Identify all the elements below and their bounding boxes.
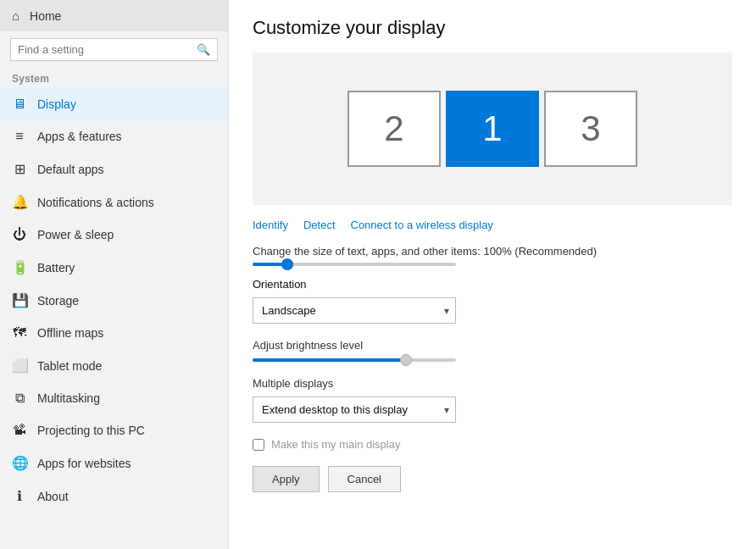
brightness-slider-track [253, 358, 456, 362]
sidebar-item-notifications[interactable]: 🔔 Notifications & actions [0, 186, 228, 219]
sidebar-display-label: Display [37, 97, 76, 111]
display-links: Identify Detect Connect to a wireless di… [253, 219, 732, 231]
search-input[interactable] [18, 43, 197, 56]
monitor-2-label: 2 [384, 108, 403, 149]
orientation-section: Orientation Landscape Portrait Landscape… [253, 278, 732, 324]
brightness-slider-fill [253, 358, 405, 362]
sidebar-item-about[interactable]: ℹ About [0, 480, 228, 513]
sidebar-tablet-label: Tablet mode [37, 359, 102, 373]
scale-label: Change the size of text, apps, and other… [253, 245, 732, 258]
scale-section: Change the size of text, apps, and other… [253, 245, 732, 266]
apps-features-icon: ≡ [12, 129, 27, 144]
sidebar-item-display[interactable]: 🖥 Display [0, 88, 228, 120]
sidebar-maps-label: Offline maps [37, 326, 103, 340]
detect-link[interactable]: Detect [303, 219, 336, 231]
sidebar-item-storage[interactable]: 💾 Storage [0, 284, 228, 317]
projecting-icon: 📽 [12, 423, 27, 438]
orientation-select[interactable]: Landscape Portrait Landscape (flipped) P… [253, 297, 456, 324]
sidebar-item-battery[interactable]: 🔋 Battery [0, 251, 228, 284]
tablet-icon: ⬜ [12, 358, 27, 374]
identify-link[interactable]: Identify [253, 219, 288, 231]
storage-icon: 💾 [12, 292, 27, 308]
sidebar-item-tablet-mode[interactable]: ⬜ Tablet mode [0, 349, 228, 382]
sidebar-item-apps-features[interactable]: ≡ Apps & features [0, 120, 228, 152]
brightness-slider-thumb[interactable] [400, 354, 412, 366]
main-display-checkbox[interactable] [253, 439, 264, 451]
scale-slider-track [253, 263, 456, 266]
multiple-displays-section: Multiple displays Extend desktop to this… [253, 377, 732, 423]
search-icon: 🔍 [197, 43, 210, 56]
sidebar-item-power-sleep[interactable]: ⏻ Power & sleep [0, 219, 228, 251]
cancel-button[interactable]: Cancel [328, 466, 401, 492]
page-title: Customize your display [253, 17, 732, 39]
orientation-select-wrapper: Landscape Portrait Landscape (flipped) P… [253, 297, 456, 324]
default-apps-icon: ⊞ [12, 161, 27, 177]
home-label: Home [30, 9, 61, 23]
sidebar-notifications-label: Notifications & actions [37, 196, 154, 209]
maps-icon: 🗺 [12, 325, 27, 341]
brightness-label: Adjust brightness level [253, 339, 732, 352]
monitor-3[interactable]: 3 [544, 91, 637, 167]
sidebar-item-projecting[interactable]: 📽 Projecting to this PC [0, 414, 228, 446]
orientation-label: Orientation [253, 278, 732, 291]
sidebar-power-label: Power & sleep [37, 228, 114, 241]
monitor-3-label: 3 [581, 108, 600, 149]
sidebar-battery-label: Battery [37, 261, 75, 274]
monitor-1-label: 1 [482, 108, 502, 149]
connect-link[interactable]: Connect to a wireless display [351, 219, 493, 231]
sidebar: ⌂ Home 🔍 System 🖥 Display ≡ Apps & featu… [0, 0, 229, 549]
monitor-2[interactable]: 2 [347, 91, 441, 167]
main-content: Customize your display 2 1 3 Identify De… [229, 0, 756, 549]
sidebar-item-home[interactable]: ⌂ Home [0, 0, 228, 31]
multiple-displays-select-wrapper: Extend desktop to this display Duplicate… [253, 396, 456, 423]
main-display-row: Make this my main display [253, 438, 732, 451]
home-icon: ⌂ [12, 8, 19, 23]
sidebar-item-offline-maps[interactable]: 🗺 Offline maps [0, 317, 228, 349]
sidebar-item-default-apps[interactable]: ⊞ Default apps [0, 152, 228, 186]
sidebar-websites-label: Apps for websites [37, 457, 131, 470]
search-box: 🔍 [10, 38, 218, 61]
sidebar-item-multitasking[interactable]: ⧉ Multitasking [0, 382, 228, 414]
display-preview: 2 1 3 [253, 53, 732, 205]
main-display-label: Make this my main display [271, 438, 400, 451]
system-section-label: System [0, 68, 228, 88]
multitasking-icon: ⧉ [12, 391, 27, 406]
scale-slider-thumb[interactable] [281, 258, 293, 270]
button-row: Apply Cancel [253, 466, 732, 492]
display-icon: 🖥 [12, 97, 27, 112]
sidebar-about-label: About [37, 490, 69, 503]
about-icon: ℹ [12, 488, 27, 504]
sidebar-apps-features-label: Apps & features [37, 130, 122, 143]
websites-icon: 🌐 [12, 455, 27, 471]
sidebar-multitasking-label: Multitasking [37, 391, 100, 405]
multiple-displays-select[interactable]: Extend desktop to this display Duplicate… [253, 396, 456, 423]
sidebar-projecting-label: Projecting to this PC [37, 424, 145, 437]
notifications-icon: 🔔 [12, 194, 27, 210]
sidebar-item-apps-websites[interactable]: 🌐 Apps for websites [0, 446, 228, 480]
brightness-section: Adjust brightness level [253, 339, 732, 362]
monitor-1[interactable]: 1 [446, 91, 539, 167]
apply-button[interactable]: Apply [253, 466, 320, 492]
sidebar-default-apps-label: Default apps [37, 163, 104, 176]
multiple-displays-label: Multiple displays [253, 377, 732, 390]
power-icon: ⏻ [12, 227, 27, 242]
battery-icon: 🔋 [12, 259, 27, 275]
sidebar-storage-label: Storage [37, 294, 79, 308]
